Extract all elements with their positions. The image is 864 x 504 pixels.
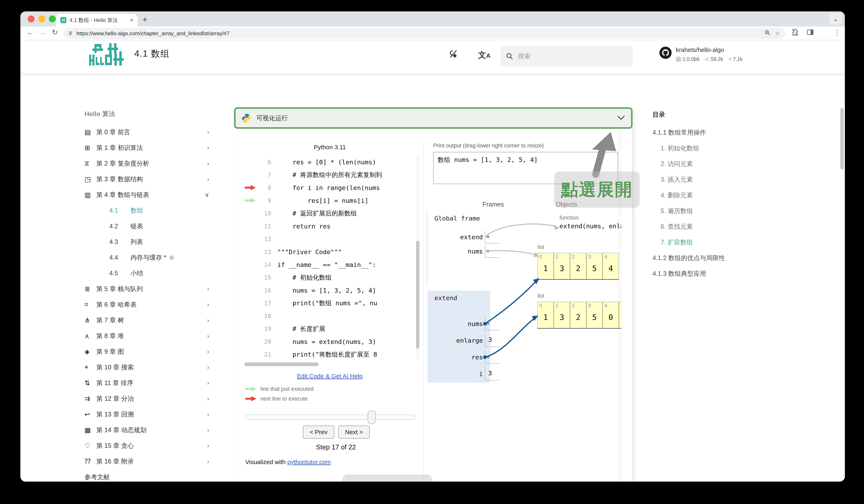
github-repo-name[interactable]: krahets/hello-algo bbox=[676, 46, 724, 53]
tab-search-chevron-icon[interactable]: ⌄ bbox=[830, 13, 842, 25]
chevron-icon[interactable]: › bbox=[207, 301, 211, 308]
toc-item[interactable]: 3. 插入元素 bbox=[652, 172, 770, 187]
sidebar-item-4.1[interactable]: 4.1数组 bbox=[84, 203, 211, 218]
print-output-label: Print output (drag lower right corner to… bbox=[433, 143, 544, 149]
sidebar-item-label: 第 14 章 动态规划 bbox=[96, 426, 146, 434]
step-slider-handle[interactable] bbox=[368, 410, 376, 424]
url-text[interactable]: https://www.hello-algo.com/chapter_array… bbox=[76, 30, 760, 37]
new-tab-button[interactable]: + bbox=[143, 15, 147, 24]
traffic-maximize-button[interactable] bbox=[49, 15, 56, 22]
chevron-icon[interactable]: › bbox=[207, 129, 211, 135]
sidebar-item-4.4[interactable]: 4.4内存与缓存 *⊛ bbox=[84, 250, 211, 265]
chevron-icon[interactable]: › bbox=[207, 333, 211, 339]
chevron-icon[interactable]: › bbox=[207, 458, 211, 465]
visual-run-panel-header[interactable]: 可视化运行 bbox=[234, 107, 633, 129]
chevron-icon[interactable]: › bbox=[207, 364, 211, 371]
chevron-icon[interactable]: › bbox=[207, 348, 211, 355]
toc-item[interactable]: 2. 访问元素 bbox=[652, 156, 770, 172]
sidebar-chapter-item[interactable]: ▥第 4 章 数组与链表∨ bbox=[84, 187, 211, 203]
chevron-icon[interactable]: › bbox=[207, 176, 211, 182]
sidebar-chapter-item[interactable]: ⋏第 8 章 堆› bbox=[84, 328, 211, 344]
sidebar-item-4.2[interactable]: 4.2链表 bbox=[84, 218, 211, 234]
next-button[interactable]: Next > bbox=[338, 425, 370, 439]
step-slider-track[interactable] bbox=[245, 415, 415, 420]
panel-chevron-down-icon[interactable] bbox=[617, 114, 625, 122]
back-icon[interactable]: ← bbox=[26, 28, 34, 37]
line-number: 15 bbox=[258, 274, 271, 281]
step-counter: Step 17 of 22 bbox=[242, 443, 430, 451]
toc-item[interactable]: 5. 遍历数组 bbox=[652, 203, 770, 219]
code-line: 7 # 将原数组中的所有元素复制到 bbox=[242, 168, 417, 181]
sidebar-chapter-item[interactable]: ⋔第 7 章 树› bbox=[84, 312, 211, 328]
bookmark-star-icon[interactable]: ☆ bbox=[775, 30, 780, 37]
address-bar[interactable]: ⩨ https://www.hello-algo.com/chapter_arr… bbox=[63, 28, 785, 39]
translate-icon[interactable]: 文A bbox=[478, 49, 491, 60]
sidebar-chapter-item[interactable]: ◈第 9 章 图› bbox=[84, 344, 211, 359]
code-pane[interactable]: 6 res = [0] * (len(nums)7 # 将原数组中的所有元素复制… bbox=[242, 156, 417, 362]
sidebar-item-4.3[interactable]: 4.3列表 bbox=[84, 234, 211, 250]
extensions-puzzle-icon[interactable] bbox=[792, 28, 799, 37]
chevron-icon[interactable]: › bbox=[207, 145, 211, 151]
chevron-icon[interactable]: › bbox=[207, 317, 211, 324]
code-vscrollbar-thumb[interactable] bbox=[416, 241, 419, 349]
edit-code-link[interactable]: Edit Code & Get AI Help bbox=[242, 373, 417, 380]
side-panel-icon[interactable] bbox=[807, 28, 814, 37]
toc-item[interactable]: 4. 删除元素 bbox=[652, 187, 770, 203]
github-octocat-icon[interactable] bbox=[659, 46, 672, 60]
code-text: # 初始化数组 bbox=[271, 273, 332, 282]
sidebar-chapter-item[interactable]: ⇉第 12 章 分治› bbox=[84, 391, 211, 407]
traffic-minimize-button[interactable] bbox=[38, 15, 45, 22]
chevron-icon[interactable]: › bbox=[207, 395, 211, 402]
theme-toggle-icon[interactable] bbox=[449, 49, 458, 60]
sidebar-chapter-item[interactable]: ◳第 3 章 数据结构› bbox=[84, 171, 211, 187]
toc-item[interactable]: 4.1.2 数组的优点与局限性 bbox=[652, 250, 770, 266]
line-number: 6 bbox=[258, 159, 271, 166]
zoom-page-icon[interactable] bbox=[765, 30, 770, 37]
chevron-icon[interactable]: › bbox=[207, 443, 211, 449]
sidebar-chapter-item[interactable]: ⊞第 1 章 初识算法› bbox=[84, 140, 211, 156]
toc-item[interactable]: 4.1.1 数组常用操作 bbox=[652, 124, 770, 140]
sidebar-item-label: 列表 bbox=[131, 238, 143, 246]
sidebar-chapter-item[interactable]: ⌖第 10 章 搜索› bbox=[84, 359, 211, 375]
tune-icon[interactable]: ⩨ bbox=[69, 30, 72, 37]
toc-item[interactable]: 6. 查找元素 bbox=[652, 219, 770, 235]
credit-line: Visualized with pythontutor.com bbox=[245, 459, 331, 466]
traffic-close-button[interactable] bbox=[28, 15, 35, 22]
sidebar-chapter-item[interactable]: ⌗第 6 章 哈希表› bbox=[84, 297, 211, 312]
sidebar-chapter-item[interactable]: ↩第 13 章 回溯› bbox=[84, 407, 211, 422]
chevron-icon[interactable]: ∨ bbox=[205, 191, 211, 198]
chevron-icon[interactable]: › bbox=[207, 427, 211, 433]
sidebar-chapter-item[interactable]: ⇅第 11 章 排序› bbox=[84, 375, 211, 391]
sidebar-chapter-item[interactable]: ⧖第 2 章 复杂度分析› bbox=[84, 156, 211, 171]
screenshot-stage: H 4.1 数组 - Hello 算法 × + ⌄ ← → ↻ ⩨ https:… bbox=[0, 0, 864, 504]
line-number: 21 bbox=[258, 351, 271, 358]
code-hscrollbar-thumb[interactable] bbox=[244, 362, 319, 366]
sidebar-chapter-item[interactable]: ⁇第 16 章 附录› bbox=[84, 454, 211, 469]
toc-item[interactable]: 1. 初始化数组 bbox=[652, 140, 770, 156]
chevron-icon[interactable]: › bbox=[207, 286, 211, 292]
sidebar-chapter-item[interactable]: ▦第 14 章 动态规划› bbox=[84, 422, 211, 438]
sidebar-chapter-item[interactable]: ♡第 15 章 贪心› bbox=[84, 438, 211, 454]
line-number: 14 bbox=[258, 261, 271, 268]
chevron-icon[interactable]: › bbox=[207, 160, 211, 167]
page-scrollbar[interactable] bbox=[840, 108, 844, 169]
search-box[interactable]: 搜索 bbox=[501, 46, 633, 67]
browser-tab[interactable]: H 4.1 数组 - Hello 算法 × bbox=[56, 14, 137, 26]
toc-item[interactable]: 4.1.3 数组典型应用 bbox=[652, 266, 770, 281]
sidebar-chapter-item[interactable]: ▤第 0 章 前言› bbox=[84, 124, 211, 140]
prev-button[interactable]: < Prev bbox=[303, 425, 334, 439]
toc-item[interactable]: 7. 扩容数组 bbox=[652, 235, 770, 250]
menu-kebab-icon[interactable]: ⋮ bbox=[833, 28, 841, 37]
chevron-icon[interactable]: › bbox=[207, 380, 211, 386]
search-placeholder: 搜索 bbox=[518, 52, 530, 60]
reload-icon[interactable]: ↻ bbox=[52, 28, 58, 37]
sidebar-chapter-item[interactable]: ≣第 5 章 栈与队列› bbox=[84, 281, 211, 297]
sidebar-references-item[interactable]: 参考文献 bbox=[84, 469, 211, 482]
forward-icon[interactable]: → bbox=[39, 28, 46, 37]
sidebar-item-label: 内存与缓存 * bbox=[131, 253, 166, 262]
chevron-icon[interactable]: › bbox=[207, 411, 211, 418]
tab-close-icon[interactable]: × bbox=[130, 17, 134, 24]
hello-algo-logo[interactable] bbox=[89, 43, 125, 69]
sidebar-item-4.5[interactable]: 4.5小结 bbox=[84, 265, 211, 281]
pythontutor-link[interactable]: pythontutor.com bbox=[287, 459, 331, 465]
